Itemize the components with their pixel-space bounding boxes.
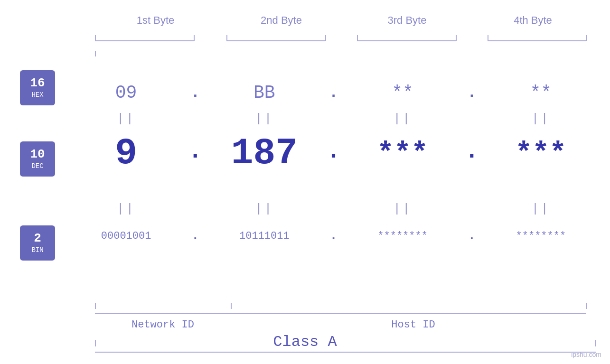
main-container: 1st Byte 2nd Byte 3rd Byte 4th Byte 16 H… xyxy=(0,0,610,364)
byte-header-3: 3rd Byte xyxy=(344,14,470,27)
bin-dot2: . xyxy=(324,229,343,243)
bin-number: 2 xyxy=(34,232,41,244)
bin-byte1: 00001001 xyxy=(66,230,186,242)
hex-byte3: ** xyxy=(343,83,462,103)
dec-byte2: 187 xyxy=(205,132,324,174)
equals1-c3: || xyxy=(343,112,462,126)
dec-badge: 10 DEC xyxy=(20,141,55,177)
bracket1-line xyxy=(95,40,194,41)
host-bracket-line xyxy=(231,313,586,314)
bracket1-right-tick xyxy=(194,35,195,41)
class-label: Class A xyxy=(0,333,610,351)
hex-byte4: ** xyxy=(481,83,601,103)
dec-dot1: . xyxy=(186,138,205,169)
byte-header-4: 4th Byte xyxy=(470,14,596,27)
byte-header-1: 1st Byte xyxy=(93,14,218,27)
bin-byte3: ******** xyxy=(343,230,462,242)
equals1-c2: || xyxy=(205,112,324,126)
outer-bottom-line xyxy=(95,352,596,353)
equals1-c4: || xyxy=(481,112,601,126)
bin-dot3: . xyxy=(462,229,481,243)
bin-byte4: ******** xyxy=(481,230,601,242)
hex-name: HEX xyxy=(31,91,43,99)
host-id-label: Host ID xyxy=(231,319,596,331)
dec-byte4: *** xyxy=(481,137,601,169)
bracket2-line xyxy=(226,40,325,41)
net-bracket-line xyxy=(95,313,231,314)
equals2-c1: || xyxy=(66,202,186,216)
bracket4-right-tick xyxy=(586,35,587,41)
dec-dot2: . xyxy=(324,138,343,169)
bracket3-right-tick xyxy=(456,35,457,41)
dec-row: 9 . 187 . *** . *** xyxy=(66,127,601,179)
dec-number: 10 xyxy=(30,148,45,160)
bracket4-line xyxy=(488,40,586,41)
equals2-c3: || xyxy=(343,202,462,216)
network-id-label: Network ID xyxy=(95,319,231,331)
watermark: ipshu.com xyxy=(571,351,601,358)
hex-byte1: 09 xyxy=(66,83,186,103)
net-bracket-left-tick xyxy=(95,303,96,309)
byte-header-2: 2nd Byte xyxy=(218,14,344,27)
dec-byte3: *** xyxy=(343,137,462,169)
bin-name: BIN xyxy=(31,246,43,254)
dec-name: DEC xyxy=(31,162,43,170)
bracket2-right-tick xyxy=(325,35,326,41)
hex-dot2: . xyxy=(324,84,343,102)
bin-byte2: 10111011 xyxy=(205,230,324,242)
bin-row: 00001001 . 10111011 . ******** . *******… xyxy=(66,219,601,252)
equals2-c4: || xyxy=(481,202,601,216)
bin-dot1: . xyxy=(186,229,205,243)
bracket3-line xyxy=(357,40,456,41)
equals-row-1: || || || || xyxy=(66,109,601,128)
dec-dot3: . xyxy=(462,138,481,169)
hex-row: 09 . BB . ** . ** xyxy=(66,76,601,109)
hex-badge: 16 HEX xyxy=(20,70,55,105)
hex-dot1: . xyxy=(186,84,205,102)
dec-byte1: 9 xyxy=(66,132,186,174)
net-bracket-right-tick xyxy=(231,303,232,309)
equals1-c1: || xyxy=(66,112,186,126)
byte-headers: 1st Byte 2nd Byte 3rd Byte 4th Byte xyxy=(93,14,596,27)
hex-byte2: BB xyxy=(205,83,324,103)
hex-dot3: . xyxy=(462,84,481,102)
host-bracket-right-tick xyxy=(586,303,587,309)
hex-number: 16 xyxy=(30,77,45,89)
equals-row-2: || || || || xyxy=(66,199,601,218)
outer-left-tick xyxy=(95,51,96,56)
bin-badge: 2 BIN xyxy=(20,225,55,261)
equals2-c2: || xyxy=(205,202,324,216)
